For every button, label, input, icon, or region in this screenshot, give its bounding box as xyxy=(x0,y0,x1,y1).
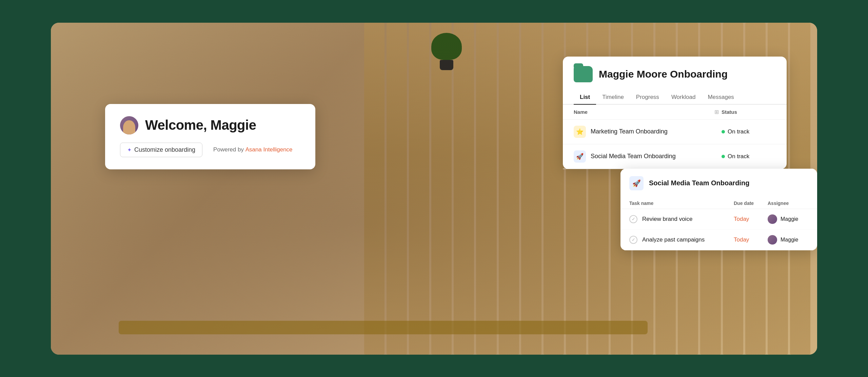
table-header: Name ⊞ Status xyxy=(563,105,787,120)
row-task-name: Marketing Team Onboarding xyxy=(591,128,722,135)
row-icon-rocket: 🚀 xyxy=(574,150,586,163)
status-badge: On track xyxy=(722,153,776,160)
status-badge: On track xyxy=(722,128,776,135)
assignee-name: Maggie xyxy=(781,216,798,222)
sub-task-assignee: Maggie xyxy=(768,235,808,245)
task-check-icon[interactable] xyxy=(629,215,637,223)
sub-rocket-icon: 🚀 xyxy=(632,179,641,187)
project-header: Maggie Moore Onboarding xyxy=(563,57,787,82)
sub-task-name: Review brand voice xyxy=(642,216,734,223)
project-card: Maggie Moore Onboarding List Timeline Pr… xyxy=(563,57,787,169)
tab-list[interactable]: List xyxy=(574,90,596,104)
col-name-header: Name xyxy=(574,109,711,115)
tab-progress[interactable]: Progress xyxy=(630,90,665,104)
task-check-icon[interactable] xyxy=(629,236,637,244)
customize-icon: ✦ xyxy=(127,147,132,153)
powered-by-text: Powered by Asana Intelligence xyxy=(213,146,292,153)
col-resize-handle[interactable]: ⊞ xyxy=(711,109,722,115)
powered-prefix: Powered by xyxy=(213,146,244,153)
star-icon: ⭐ xyxy=(576,128,584,135)
status-dot xyxy=(722,130,725,133)
status-dot xyxy=(722,155,725,158)
sub-table-header: Task name Due date Assignee xyxy=(620,198,817,209)
customize-onboarding-button[interactable]: ✦ Customize onboarding xyxy=(120,143,202,157)
assignee-avatar xyxy=(768,235,777,245)
tab-timeline[interactable]: Timeline xyxy=(596,90,630,104)
main-scene: Welcome, Maggie ✦ Customize onboarding P… xyxy=(51,23,817,355)
tab-messages[interactable]: Messages xyxy=(702,90,740,104)
welcome-actions: ✦ Customize onboarding Powered by Asana … xyxy=(120,143,300,157)
customize-btn-label: Customize onboarding xyxy=(134,146,195,153)
project-tabs: List Timeline Progress Workload Messages xyxy=(563,85,787,105)
status-text: On track xyxy=(728,153,749,160)
welcome-card: Welcome, Maggie ✦ Customize onboarding P… xyxy=(105,104,315,169)
sub-col-date-header: Due date xyxy=(734,201,768,206)
assignee-name: Maggie xyxy=(781,237,798,243)
sub-task-name: Analyze past campaigns xyxy=(642,236,734,243)
col-status-header: Status xyxy=(722,109,776,115)
sub-task-assignee: Maggie xyxy=(768,214,808,224)
project-folder-icon xyxy=(574,66,593,82)
sub-task-date: Today xyxy=(734,216,768,223)
table-decoration xyxy=(119,321,648,334)
sub-card-icon: 🚀 xyxy=(629,176,644,190)
project-title: Maggie Moore Onboarding xyxy=(599,68,728,80)
rocket-icon: 🚀 xyxy=(576,153,584,160)
row-task-name: Social Media Team Onboarding xyxy=(591,153,722,160)
sub-task-date: Today xyxy=(734,236,768,243)
sub-col-task-header: Task name xyxy=(629,201,734,206)
sub-card-title: Social Media Team Onboarding xyxy=(649,179,749,187)
welcome-header: Welcome, Maggie xyxy=(120,116,300,134)
sub-card-popup: 🚀 Social Media Team Onboarding Task name… xyxy=(620,169,817,250)
welcome-title: Welcome, Maggie xyxy=(145,118,256,133)
status-text: On track xyxy=(728,128,749,135)
sub-task-row[interactable]: Analyze past campaigns Today Maggie xyxy=(620,230,817,250)
sub-task-row[interactable]: Review brand voice Today Maggie xyxy=(620,209,817,230)
user-avatar xyxy=(120,116,138,134)
table-row[interactable]: ⭐ Marketing Team Onboarding On track xyxy=(563,120,787,144)
asana-intelligence-link[interactable]: Asana Intelligence xyxy=(245,146,293,153)
sub-col-assignee-header: Assignee xyxy=(768,201,808,206)
row-icon-star: ⭐ xyxy=(574,126,586,138)
assignee-avatar xyxy=(768,214,777,224)
sub-card-header: 🚀 Social Media Team Onboarding xyxy=(620,169,817,198)
table-row[interactable]: 🚀 Social Media Team Onboarding On track xyxy=(563,144,787,169)
tab-workload[interactable]: Workload xyxy=(665,90,702,104)
